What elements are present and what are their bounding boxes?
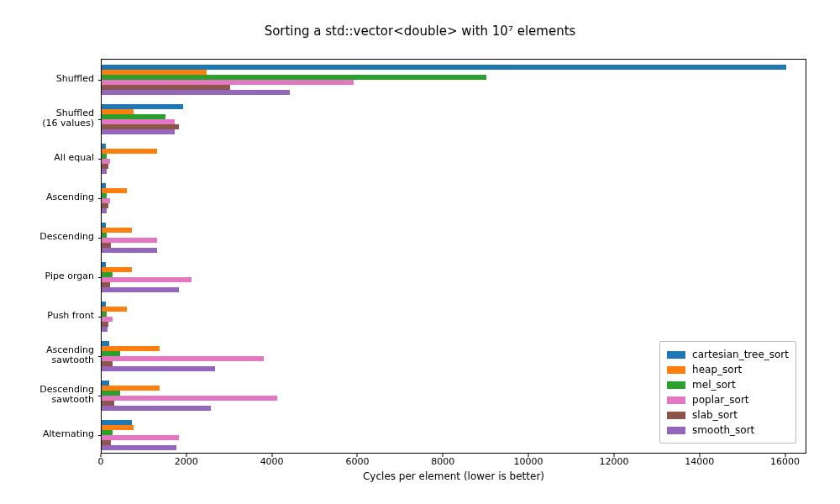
legend-item: cartesian_tree_sort: [667, 347, 789, 362]
bar: [102, 277, 192, 282]
bar: [102, 445, 176, 450]
legend-label: cartesian_tree_sort: [692, 349, 789, 360]
legend-swatch: [667, 396, 685, 404]
figure: Sorting a std::vector<double> with 10⁷ e…: [0, 0, 840, 504]
legend-item: slab_sort: [667, 407, 789, 423]
y-tick-label: Descending: [0, 232, 94, 243]
bar: [102, 248, 157, 253]
legend-item: heap_sort: [667, 362, 789, 377]
y-tick-label: Alternating: [0, 429, 94, 440]
bar: [102, 208, 107, 213]
x-tick-label: 16000: [770, 456, 800, 467]
y-tick-label: Shuffled (16 values): [0, 108, 94, 129]
chart-title: Sorting a std::vector<double> with 10⁷ e…: [0, 24, 840, 39]
y-tick-label: Pipe organ: [0, 271, 94, 282]
legend-item: mel_sort: [667, 377, 789, 392]
legend-item: poplar_sort: [667, 392, 789, 407]
y-tick-label: Ascending sawtooth: [0, 345, 94, 366]
bar: [102, 435, 179, 440]
bar: [102, 129, 175, 134]
bar: [102, 287, 179, 292]
x-tick-label: 4000: [260, 456, 284, 467]
legend: cartesian_tree_sortheap_sortmel_sortpopl…: [659, 341, 796, 444]
legend-swatch: [667, 381, 685, 389]
x-tick-label: 12000: [599, 456, 628, 467]
x-tick-label: 10000: [514, 456, 543, 467]
y-tick-label: Descending sawtooth: [0, 385, 94, 406]
legend-label: slab_sort: [692, 409, 738, 421]
bar: [102, 327, 108, 332]
bar: [102, 366, 215, 371]
y-tick-label: All equal: [0, 153, 94, 164]
x-tick-label: 8000: [431, 456, 454, 467]
legend-label: heap_sort: [692, 364, 742, 375]
bar: [102, 169, 107, 174]
x-tick-label: 0: [98, 456, 104, 467]
y-tick-label: Push front: [0, 311, 94, 322]
bar: [102, 406, 211, 411]
x-axis-label-text: Cycles per element (lower is better): [363, 470, 544, 482]
chart-title-text: Sorting a std::vector<double> with 10⁷ e…: [265, 24, 576, 39]
legend-label: poplar_sort: [692, 394, 748, 406]
legend-swatch: [667, 351, 685, 359]
y-tick-label: Ascending: [0, 192, 94, 203]
legend-swatch: [667, 412, 685, 419]
legend-item: smooth_sort: [667, 423, 789, 438]
bar: [102, 149, 157, 154]
x-tick-label: 6000: [345, 456, 369, 467]
legend-label: mel_sort: [692, 379, 736, 391]
bar: [102, 396, 277, 401]
legend-swatch: [667, 427, 685, 434]
legend-label: smooth_sort: [692, 424, 754, 436]
x-tick-label: 14000: [685, 456, 714, 467]
x-tick-label: 2000: [175, 456, 198, 467]
x-axis-label: Cycles per element (lower is better): [101, 470, 806, 482]
bar: [102, 90, 290, 95]
bar: [102, 356, 264, 361]
y-tick-label: Shuffled: [0, 74, 94, 85]
legend-swatch: [667, 366, 685, 374]
